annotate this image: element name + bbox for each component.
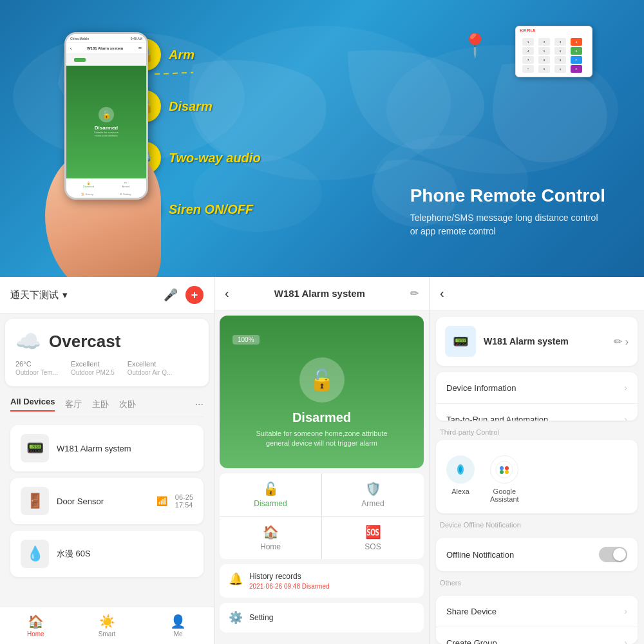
sos-label: SOS <box>365 542 381 551</box>
device-information-item[interactable]: Device Information › <box>436 372 638 404</box>
edit-device-button[interactable]: ✏ › <box>614 336 629 348</box>
alarm-edit-icon[interactable]: ✏ <box>410 287 419 299</box>
device-info-card: 📟 W181 Alarm system ✏ › <box>436 317 638 366</box>
hero-phone: China Mobile9:48 AM ‹ W181 Alarm system … <box>26 19 129 232</box>
room-tab-master[interactable]: 主卧 <box>92 399 109 410</box>
offline-notification-section: Offline Notification <box>436 538 638 571</box>
location-selector[interactable]: 通天下测试 ▾ <box>10 289 68 301</box>
create-group-item[interactable]: Create Group › <box>436 627 638 644</box>
alarm-desc-text: Suitable for someone home,zone attribute… <box>256 429 387 449</box>
device-display-name: W181 Alarm system <box>484 336 569 346</box>
alarm-controls: 🔓 Disarmed 🛡️ Armed 🏠 Home 🆘 SOS <box>220 473 424 559</box>
tap-to-run-item[interactable]: Tap-to-Run and Automation › <box>436 404 638 421</box>
hero-section: China Mobile9:48 AM ‹ W181 Alarm system … <box>0 0 644 277</box>
all-devices-tab[interactable]: All Devices <box>10 397 55 412</box>
audio-label: Two-way audio <box>169 151 261 166</box>
microphone-icon[interactable]: 🎤 <box>164 288 178 302</box>
disarmed-label: Disarmed <box>254 499 287 508</box>
svg-point-12 <box>496 461 513 478</box>
setting-label: Setting <box>249 613 273 622</box>
share-device-label: Share Device <box>446 607 624 616</box>
door-sensor-icon: 🚪 <box>21 487 49 515</box>
google-assistant-item[interactable]: GoogleAssistant <box>490 455 519 503</box>
sos-icon: 🆘 <box>365 524 381 540</box>
alexa-label: Alexa <box>451 488 469 495</box>
devices-section: All Devices 客厅 主卧 次卧 ··· 📟 W181 Alarm sy… <box>0 392 214 577</box>
door-sensor-name: Door Sensor <box>57 497 149 506</box>
weather-condition: Overcast <box>49 332 120 352</box>
list-item[interactable]: 🚪 Door Sensor 📶 06-2517:54 <box>10 478 204 524</box>
list-item[interactable]: 💧 水漫 60S <box>10 531 204 577</box>
nav-smart[interactable]: ☀️ Smart <box>71 614 143 638</box>
settings-back-button[interactable]: ‹ <box>440 286 444 301</box>
disarmed-icon: 🔓 <box>263 481 279 497</box>
svg-point-13 <box>500 466 504 470</box>
home-panel: 通天下测试 ▾ 🎤 + ☁️ Overcast 26°C Outdoor Tem… <box>0 277 214 644</box>
phone-alarm-screen: 🔓 Disarmed Suitable for someonehome,zone… <box>66 66 146 178</box>
third-party-section-label: Third-party Control <box>430 421 644 440</box>
sos-button[interactable]: 🆘 SOS <box>322 516 424 559</box>
history-sub: 2021-06-26 09:48 Disarmed <box>249 583 330 590</box>
history-record[interactable]: 🔔 History records 2021-06-26 09:48 Disar… <box>220 564 424 598</box>
device-information-label: Device Information <box>446 383 624 393</box>
alarm-status-text: Disarmed <box>292 410 351 425</box>
arm-label: Arm <box>169 48 194 62</box>
bell-icon: 🔔 <box>229 572 243 586</box>
armed-label: Armed <box>361 499 384 508</box>
history-content: History records 2021-06-26 09:48 Disarme… <box>249 572 330 590</box>
armed-button[interactable]: 🛡️ Armed <box>322 473 424 516</box>
alarm-lock-icon: 🔓 <box>299 357 345 402</box>
device-name-block: W181 Alarm system <box>484 336 569 346</box>
phone-app-header: ‹ W181 Alarm system ✏ <box>66 43 146 54</box>
alexa-item[interactable]: Alexa <box>446 455 475 503</box>
settings-list-top: Device Information › Tap-to-Run and Auto… <box>436 372 638 421</box>
others-section-label: Others <box>430 571 644 591</box>
water-sensor-icon: 💧 <box>21 540 49 568</box>
toggle-knob <box>613 548 626 561</box>
home-button[interactable]: 🏠 Home <box>220 516 321 559</box>
add-device-button[interactable]: + <box>185 286 204 304</box>
weather-details: 26°C Outdoor Tem... Excellent Outdoor PM… <box>15 360 198 376</box>
temp-value: 26°C <box>15 360 58 368</box>
third-party-icons: Alexa GoogleAssistant <box>446 455 627 503</box>
settings-header: ‹ <box>430 277 644 310</box>
door-sensor-time: 06-2517:54 <box>175 493 193 509</box>
phone-body: China Mobile9:48 AM ‹ W181 Alarm system … <box>64 32 148 200</box>
offline-notification-label: Offline Notification <box>446 550 599 560</box>
alarm-panel: ‹ W181 Alarm system ✏ 100% 🔓 Disarmed Su… <box>214 277 430 644</box>
alexa-icon <box>446 455 475 484</box>
alarm-back-arrow[interactable]: ‹ <box>225 286 229 301</box>
list-item[interactable]: 📟 W181 Alarm system <box>10 425 204 471</box>
smart-nav-icon: ☀️ <box>99 614 115 629</box>
room-tab-second[interactable]: 次卧 <box>119 399 136 410</box>
weather-temp-detail: 26°C Outdoor Tem... <box>15 360 58 376</box>
phone-nav-armed: 🛡Armed <box>122 182 129 188</box>
phone-battery <box>74 58 87 62</box>
disarmed-button[interactable]: 🔓 Disarmed <box>220 473 321 516</box>
pm-label: Outdoor PM2.5 <box>71 369 115 376</box>
nav-me[interactable]: 👤 Me <box>142 614 214 638</box>
me-nav-label: Me <box>174 630 183 638</box>
tap-to-run-label: Tap-to-Run and Automation <box>446 415 624 421</box>
nav-home[interactable]: 🏠 Home <box>0 614 71 638</box>
room-tab-living[interactable]: 客厅 <box>65 399 82 410</box>
feature-disarm: 🔓 Disarm <box>129 90 261 122</box>
google-assistant-label: GoogleAssistant <box>490 488 519 503</box>
offline-toggle-switch[interactable] <box>599 547 627 562</box>
home-nav-icon: 🏠 <box>28 614 44 629</box>
phone-alarm-desc: Suitable for someonehome,zone attribute <box>94 131 118 137</box>
bottom-panels: 通天下测试 ▾ 🎤 + ☁️ Overcast 26°C Outdoor Tem… <box>0 277 644 644</box>
setting-row[interactable]: ⚙️ Setting <box>220 603 424 632</box>
share-device-item[interactable]: Share Device › <box>436 596 638 627</box>
phone-bottom-nav: 🔓Disarmed 🛡Armed <box>66 178 146 191</box>
more-rooms-button[interactable]: ··· <box>195 399 204 410</box>
hero-text-block: Phone Remote Control Telephone/SMS messa… <box>410 185 605 238</box>
alarm-header: ‹ W181 Alarm system ✏ <box>214 277 429 310</box>
location-pin: 📍 <box>460 32 489 59</box>
svg-point-14 <box>505 466 509 470</box>
phone-screen: China Mobile9:48 AM ‹ W181 Alarm system … <box>66 34 146 198</box>
offline-notification-toggle[interactable]: Offline Notification <box>436 538 638 571</box>
third-party-controls: Alexa GoogleAssistant <box>436 440 638 513</box>
smart-nav-label: Smart <box>99 630 116 638</box>
group-chevron-icon: › <box>624 638 627 644</box>
